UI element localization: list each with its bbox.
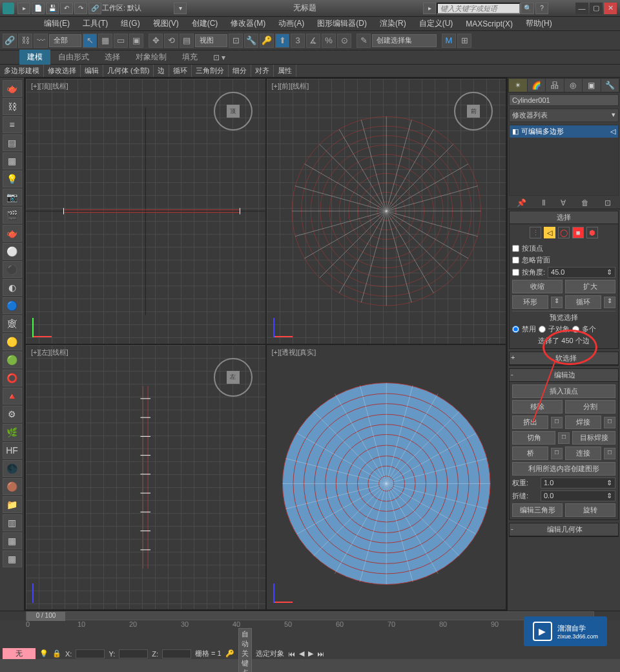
sphere9-icon[interactable]: 🟤 bbox=[3, 478, 22, 495]
viewport-left[interactable]: [+][左][线框] 左 bbox=[26, 345, 265, 610]
more2-icon[interactable]: ▦ bbox=[3, 551, 22, 567]
play-icon[interactable]: ▶ bbox=[308, 649, 313, 658]
shape-button[interactable]: 利用所选内容创建图形 bbox=[512, 462, 615, 476]
viewport-top[interactable]: [+][顶][线框] 顶 bbox=[26, 79, 265, 344]
bulb-icon[interactable]: 💡 bbox=[39, 649, 48, 658]
list-icon[interactable]: ▥ bbox=[3, 514, 22, 531]
spinner-snap-button[interactable]: % bbox=[322, 34, 336, 48]
vertex-icon[interactable]: ⋮ bbox=[530, 227, 541, 238]
snap2-button[interactable]: ⊙ bbox=[337, 34, 351, 48]
pivot-button[interactable]: ⊡ bbox=[229, 34, 243, 48]
angle-spinner[interactable]: 45.0⇕ bbox=[548, 267, 615, 278]
unique-icon[interactable]: ∀ bbox=[561, 198, 566, 207]
autokey-button[interactable]: 自动关键点 bbox=[238, 628, 252, 672]
menu-script[interactable]: MAXScript(X) bbox=[460, 18, 518, 30]
grow-button[interactable]: 扩大 bbox=[565, 280, 615, 293]
sphere3-icon[interactable]: ◐ bbox=[3, 279, 22, 296]
move-button[interactable]: ✥ bbox=[149, 34, 163, 48]
tab-hier-icon[interactable]: 品 bbox=[546, 79, 564, 92]
play-start-icon[interactable]: ⏮ bbox=[288, 650, 295, 658]
bridge-button[interactable]: 桥 bbox=[512, 446, 548, 460]
link-button[interactable]: 🔗 bbox=[88, 3, 101, 14]
sub-loop[interactable]: 循环 bbox=[169, 65, 192, 77]
sphere6-icon[interactable]: 🟢 bbox=[3, 352, 22, 368]
loop-button[interactable]: 循环 bbox=[565, 295, 601, 309]
weld-set[interactable]: □ bbox=[604, 417, 615, 428]
remove-icon[interactable]: 🗑 bbox=[581, 198, 589, 207]
sphere5-icon[interactable]: 🟡 bbox=[3, 333, 22, 350]
snap-button[interactable]: ⬆ bbox=[275, 34, 289, 48]
sphere4-icon[interactable]: 🔵 bbox=[3, 297, 22, 314]
key-icon[interactable]: 🔑 bbox=[225, 649, 234, 658]
multi-radio[interactable]: 多个 bbox=[572, 324, 596, 334]
wire-icon[interactable]: 🕸 bbox=[3, 315, 22, 332]
angle-snap-button[interactable]: 3 bbox=[291, 34, 305, 48]
hf-icon[interactable]: HF bbox=[3, 442, 22, 459]
chamfer-set[interactable]: □ bbox=[558, 432, 570, 444]
border-icon[interactable]: ◯ bbox=[558, 227, 570, 238]
sub-polymodel[interactable]: 多边形建模 bbox=[0, 65, 44, 77]
ring-spin[interactable]: ⇕ bbox=[551, 297, 563, 308]
tab-motion-icon[interactable]: ◎ bbox=[564, 79, 583, 92]
link-icon[interactable]: 🔗 bbox=[3, 34, 17, 48]
weight-spinner[interactable]: 1.0⇕ bbox=[541, 478, 615, 488]
grid-icon[interactable]: ▦ bbox=[3, 152, 22, 169]
tab-modify-icon[interactable]: 🌈 bbox=[528, 79, 546, 92]
viewport-perspective[interactable]: [+][透视][真实] 前 bbox=[267, 345, 506, 610]
refcoord-dropdown[interactable]: 视图 bbox=[195, 34, 227, 47]
chain-icon[interactable]: ⛓ bbox=[3, 98, 22, 115]
subobj-radio[interactable]: 子对象 bbox=[539, 324, 570, 334]
config-icon[interactable]: ⊡ bbox=[604, 198, 611, 207]
split-button[interactable]: 分割 bbox=[565, 400, 615, 414]
scale-button[interactable]: ▤ bbox=[180, 34, 194, 48]
extrude-set[interactable]: □ bbox=[551, 417, 563, 428]
tree-icon[interactable]: 🔺 bbox=[3, 388, 22, 404]
sphere7-icon[interactable]: ⭕ bbox=[3, 370, 22, 386]
tab-fill[interactable]: 填充 bbox=[174, 50, 205, 65]
select-rect-button[interactable]: ▭ bbox=[114, 34, 128, 48]
crease-spinner[interactable]: 0.0⇕ bbox=[541, 490, 615, 501]
tab-freeform[interactable]: 自由形式 bbox=[50, 50, 97, 65]
targetweld-button[interactable]: 目标焊接 bbox=[572, 431, 615, 445]
bulb-icon[interactable]: 💡 bbox=[3, 171, 22, 187]
tab-display-icon[interactable]: ▣ bbox=[583, 79, 601, 92]
close-button[interactable]: ✕ bbox=[604, 3, 617, 14]
weld-button[interactable]: 焊接 bbox=[565, 415, 601, 429]
tab-select[interactable]: 选择 bbox=[97, 50, 128, 65]
z-field[interactable] bbox=[162, 649, 191, 658]
redo-button[interactable]: ↷ bbox=[74, 3, 87, 14]
workspace-arrow[interactable]: ▾ bbox=[174, 3, 187, 14]
tab-create-icon[interactable]: ✴ bbox=[509, 79, 527, 92]
modifier-dropdown[interactable]: 修改器列表▾ bbox=[509, 109, 619, 122]
editedge-head[interactable]: -编辑边 bbox=[510, 369, 618, 382]
minimize-button[interactable]: — bbox=[575, 3, 588, 14]
element-icon[interactable]: ⬢ bbox=[586, 227, 598, 238]
select-button[interactable]: ↖ bbox=[83, 34, 97, 48]
sub-modsel[interactable]: 修改选择 bbox=[44, 65, 81, 77]
loop-spin[interactable]: ⇕ bbox=[604, 297, 615, 308]
sub-edge[interactable]: 边 bbox=[154, 65, 169, 77]
sphere8-icon[interactable]: 🌑 bbox=[3, 460, 22, 477]
folder-icon[interactable]: 📁 bbox=[3, 496, 22, 513]
edittri-button[interactable]: 编辑三角形 bbox=[512, 503, 563, 517]
lock-icon[interactable]: 🔒 bbox=[52, 649, 61, 658]
save-button[interactable]: 💾 bbox=[46, 3, 59, 14]
gear-icon[interactable]: ⚙ bbox=[3, 406, 22, 423]
menu-create[interactable]: 创建(C) bbox=[187, 17, 223, 30]
render-icon[interactable]: 🫖 bbox=[3, 225, 22, 242]
search-input[interactable] bbox=[437, 3, 521, 14]
time-handle[interactable]: 0 / 100 bbox=[26, 612, 65, 621]
insertv-button[interactable]: 插入顶点 bbox=[512, 384, 615, 398]
modifier-stack[interactable]: ◧可编辑多边形◁ bbox=[509, 125, 619, 196]
disable-radio[interactable]: 禁用 bbox=[512, 324, 536, 334]
film-icon[interactable]: 🎬 bbox=[3, 207, 22, 224]
menu-tools[interactable]: 工具(T) bbox=[78, 17, 113, 30]
workspace-dropdown[interactable]: 工作区: 默认 bbox=[102, 3, 173, 13]
play-next-icon[interactable]: ⏭ bbox=[317, 650, 324, 658]
pin-icon[interactable]: 📌 bbox=[517, 198, 526, 207]
menu-help[interactable]: 帮助(H) bbox=[521, 17, 557, 30]
sub-edit[interactable]: 编辑 bbox=[81, 65, 103, 77]
by-vertex-check[interactable]: 按顶点 bbox=[512, 244, 615, 253]
mirror-button[interactable]: M bbox=[442, 34, 456, 48]
tab-objpaint[interactable]: 对象绘制 bbox=[128, 50, 174, 65]
